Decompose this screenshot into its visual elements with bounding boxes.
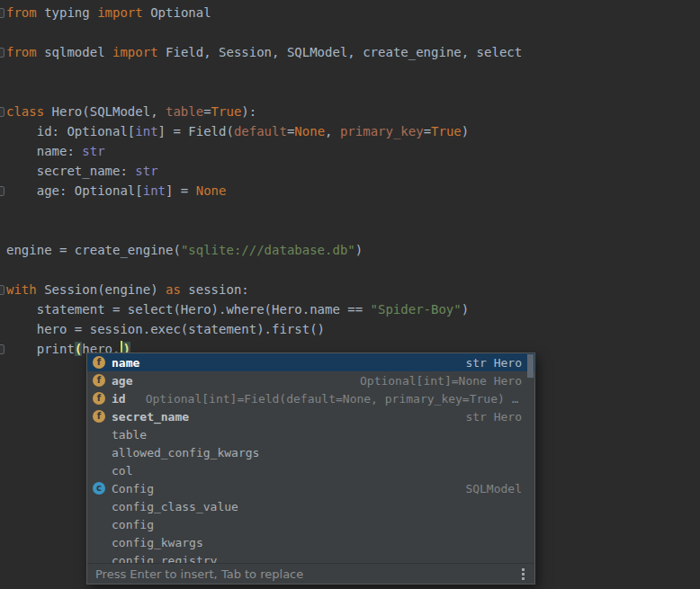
code-token: None xyxy=(196,183,227,198)
code-token: engine = create_engine( xyxy=(6,243,181,257)
code-token: Optional xyxy=(143,5,211,20)
code-token: ) xyxy=(462,124,469,138)
code-token: id: Optional[ xyxy=(6,124,135,138)
code-line[interactable] xyxy=(0,62,700,82)
code-token: name: xyxy=(6,144,82,158)
code-line[interactable]: age: Optional[int] = None xyxy=(0,181,700,201)
code-token: None xyxy=(294,124,325,138)
code-token: , xyxy=(325,124,340,138)
completion-item-label: allowed_config_kwargs xyxy=(112,446,259,460)
code-token: hero = session.exec(statement).first() xyxy=(6,322,325,336)
code-token: from xyxy=(6,5,37,20)
code-token: = xyxy=(424,124,431,138)
code-token: sqlmodel xyxy=(37,45,112,59)
code-token: = xyxy=(203,104,211,119)
code-token: ] = xyxy=(166,183,196,198)
completion-item-label: table xyxy=(112,428,147,442)
code-token: ) xyxy=(462,302,469,317)
code-line[interactable]: statement = select(Hero).where(Hero.name… xyxy=(0,299,700,319)
code-token: import xyxy=(112,45,158,59)
completion-item-label: config_class_value xyxy=(112,500,238,513)
completion-item-label: secret_name xyxy=(112,410,189,424)
scrollbar-thumb[interactable] xyxy=(527,354,534,378)
code-line[interactable]: secret_name: str xyxy=(0,161,700,181)
code-token: statement = select(Hero).where(Hero.name… xyxy=(6,302,371,317)
class-icon: c xyxy=(93,482,105,495)
code-token: session: xyxy=(181,282,249,297)
code-line[interactable]: id: Optional[int] = Field(default=None, … xyxy=(0,121,700,141)
field-icon: f xyxy=(93,374,105,387)
code-token: True xyxy=(211,104,242,119)
code-token: from xyxy=(6,45,37,59)
code-token: "sqlite:///database.db" xyxy=(181,243,355,257)
field-icon: f xyxy=(93,356,105,369)
completion-item-label: col xyxy=(112,464,132,477)
code-token: True xyxy=(431,124,462,138)
more-options-icon[interactable] xyxy=(520,567,526,582)
completion-item[interactable]: config xyxy=(87,515,534,533)
completion-footer: Press Enter to insert, Tab to replace xyxy=(87,563,534,584)
completion-item-label: name xyxy=(112,356,139,370)
code-token: ] = Field( xyxy=(158,124,234,138)
code-line[interactable]: class Hero(SQLModel, table=True): xyxy=(0,102,700,121)
completion-item-label: config_registry xyxy=(112,554,217,564)
code-token: as xyxy=(166,282,181,297)
code-token: class xyxy=(6,104,44,119)
code-token: int xyxy=(143,183,166,198)
completion-item[interactable]: fageOptional[int]=None Hero xyxy=(87,371,534,389)
gutter-fold-icon[interactable] xyxy=(0,344,4,354)
code-token: secret_name: xyxy=(6,164,135,178)
completion-item[interactable]: config_class_value xyxy=(87,497,534,515)
code-line[interactable]: with Session(engine) as session: xyxy=(0,280,700,299)
completion-item-type-hint: Optional[int]=Field(default=None, primar… xyxy=(146,392,519,406)
code-line[interactable]: hero = session.exec(statement).first() xyxy=(0,319,700,339)
completion-item[interactable]: fsecret_namestr Hero xyxy=(87,407,534,425)
code-line[interactable] xyxy=(0,260,700,280)
completion-item-label: config_kwargs xyxy=(112,536,203,549)
field-icon: f xyxy=(93,392,105,405)
code-token: ) xyxy=(355,243,363,257)
code-token: Hero(SQLModel, xyxy=(44,104,166,119)
completion-item[interactable]: allowed_config_kwargs xyxy=(87,443,534,461)
code-line[interactable] xyxy=(0,82,700,102)
code-token: int xyxy=(135,124,157,138)
completion-item[interactable]: table xyxy=(87,425,534,443)
code-line[interactable]: engine = create_engine("sqlite:///databa… xyxy=(0,240,700,260)
code-line[interactable] xyxy=(0,201,700,220)
gutter-fold-icon[interactable] xyxy=(0,107,4,117)
completion-item[interactable]: config_kwargs xyxy=(87,533,534,551)
gutter-fold-icon[interactable] xyxy=(0,186,4,196)
code-token: primary_key xyxy=(340,124,424,138)
completion-item[interactable]: fidOptional[int]=Field(default=None, pri… xyxy=(87,389,534,407)
completion-item-type-hint: str Hero xyxy=(465,410,522,424)
code-token: table xyxy=(166,104,203,119)
completion-item[interactable]: fnamestr Hero xyxy=(87,353,534,371)
completion-item-type-hint: str Hero xyxy=(465,356,522,370)
completion-popup: fnamestr HerofageOptional[int]=None Hero… xyxy=(86,353,535,585)
gutter-fold-icon[interactable] xyxy=(0,285,4,295)
code-token: typing xyxy=(37,5,97,20)
completion-item[interactable]: cConfigSQLModel xyxy=(87,479,534,497)
code-token: print xyxy=(6,342,75,356)
code-line[interactable] xyxy=(0,22,700,42)
completion-item[interactable]: col xyxy=(87,461,534,479)
code-token: Session(engine) xyxy=(37,282,166,297)
gutter-fold-icon[interactable] xyxy=(0,48,4,58)
code-token: Field, Session, SQLModel, create_engine,… xyxy=(158,45,523,59)
field-icon: f xyxy=(93,410,105,423)
completion-item-label: id xyxy=(112,392,126,406)
code-line[interactable]: from sqlmodel import Field, Session, SQL… xyxy=(0,42,700,62)
code-line[interactable] xyxy=(0,220,700,240)
code-token: default xyxy=(234,124,287,138)
completion-item-type-hint: Optional[int]=None Hero xyxy=(360,374,522,388)
completion-item-label: age xyxy=(112,374,132,388)
code-token: str xyxy=(82,144,104,158)
completion-item[interactable]: config_registry xyxy=(87,551,534,563)
code-line[interactable]: from typing import Optional xyxy=(0,3,700,22)
gutter-fold-icon[interactable] xyxy=(0,8,4,18)
code-token: age: Optional[ xyxy=(6,183,143,198)
code-line[interactable]: name: str xyxy=(0,141,700,161)
completion-item-label: config xyxy=(112,518,154,531)
code-token: with xyxy=(6,282,37,297)
code-token: "Spider-Boy" xyxy=(371,302,462,317)
